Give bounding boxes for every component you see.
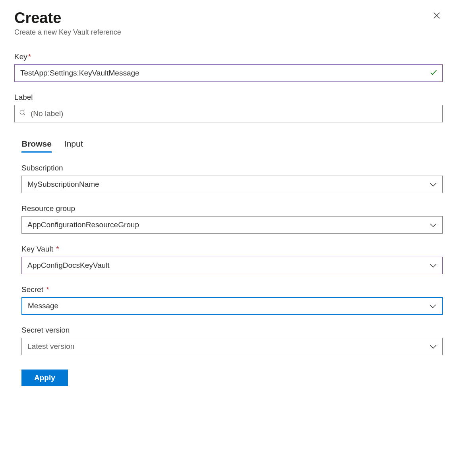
chevron-down-icon xyxy=(430,342,437,351)
page-subtitle: Create a new Key Vault reference xyxy=(14,28,121,37)
subscription-value: MySubscriptionName xyxy=(27,180,99,188)
required-asterisk: * xyxy=(54,245,59,253)
close-button[interactable] xyxy=(431,10,443,23)
chevron-down-icon xyxy=(430,221,437,229)
required-asterisk: * xyxy=(44,285,49,294)
close-icon xyxy=(432,11,441,21)
checkmark-icon xyxy=(429,68,438,78)
label-input[interactable] xyxy=(14,105,443,122)
secret-version-dropdown[interactable]: Latest version xyxy=(21,338,443,355)
secret-dropdown[interactable]: Message xyxy=(21,297,443,315)
svg-point-2 xyxy=(20,110,24,114)
chevron-down-icon xyxy=(429,302,436,310)
chevron-down-icon xyxy=(430,261,437,270)
key-vault-dropdown[interactable]: AppConfigDocsKeyVault xyxy=(21,257,443,274)
required-asterisk: * xyxy=(28,52,31,61)
svg-line-3 xyxy=(23,114,25,115)
resource-group-value: AppConfigurationResourceGroup xyxy=(27,221,139,229)
key-vault-value: AppConfigDocsKeyVault xyxy=(27,261,110,269)
search-icon xyxy=(19,109,26,118)
secret-value: Message xyxy=(28,302,58,310)
page-title: Create xyxy=(14,10,121,27)
key-input[interactable] xyxy=(14,64,443,82)
secret-label-text: Secret xyxy=(21,285,43,294)
resource-group-label: Resource group xyxy=(21,204,443,213)
key-vault-label: Key Vault * xyxy=(21,245,443,253)
secret-version-value: Latest version xyxy=(27,342,74,350)
key-vault-label-text: Key Vault xyxy=(21,245,53,253)
apply-button[interactable]: Apply xyxy=(21,370,68,386)
label-label: Label xyxy=(14,93,443,102)
subscription-label: Subscription xyxy=(21,164,443,172)
key-label: Key* xyxy=(14,52,443,61)
tab-browse[interactable]: Browse xyxy=(21,137,52,153)
secret-version-label: Secret version xyxy=(21,326,443,335)
resource-group-dropdown[interactable]: AppConfigurationResourceGroup xyxy=(21,216,443,234)
subscription-dropdown[interactable]: MySubscriptionName xyxy=(21,176,443,193)
chevron-down-icon xyxy=(430,180,437,189)
key-label-text: Key xyxy=(14,52,27,61)
tab-input[interactable]: Input xyxy=(64,137,83,153)
secret-label: Secret * xyxy=(21,285,443,294)
